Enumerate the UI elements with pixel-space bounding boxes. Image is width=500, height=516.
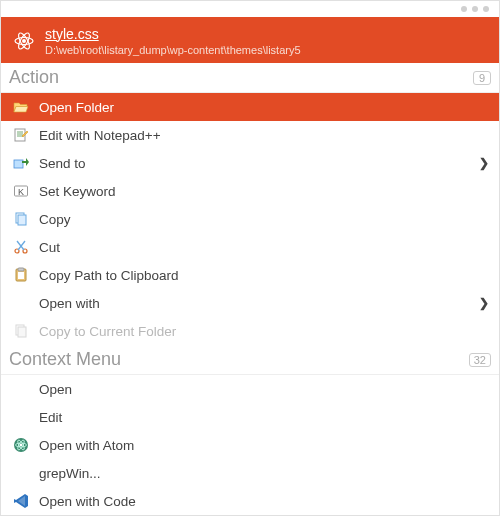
item-label: Open Folder: [39, 100, 489, 115]
notepad-icon: [13, 127, 29, 143]
item-label: Edit: [39, 410, 489, 425]
action-open-folder[interactable]: Open Folder: [1, 93, 499, 121]
copy-folder-icon: [13, 323, 29, 339]
action-menu: Open Folder Edit with Notepad++: [1, 93, 499, 345]
item-label: Open with: [39, 296, 469, 311]
svg-rect-19: [18, 272, 24, 279]
item-label: Edit with Notepad++: [39, 128, 489, 143]
blank-icon: [13, 295, 29, 311]
action-copy-path[interactable]: Copy Path to Clipboard: [1, 261, 499, 289]
item-label: Open with Code: [39, 494, 489, 509]
context-open-atom[interactable]: Open with Atom: [1, 431, 499, 459]
item-label: grepWin...: [39, 466, 489, 481]
svg-rect-12: [18, 215, 26, 225]
action-open-with[interactable]: Open with ❯: [1, 289, 499, 317]
window-dot: [472, 6, 478, 12]
context-open[interactable]: Open: [1, 375, 499, 403]
context-open-code[interactable]: Open with Code: [1, 487, 499, 515]
section-count-badge: 9: [473, 71, 491, 85]
titlebar: [1, 1, 499, 17]
file-header: style.css D:\web\root\listary_dump\wp-co…: [1, 17, 499, 63]
atom-icon: [11, 28, 37, 54]
copy-icon: [13, 211, 29, 227]
context-menu: Open Edit Open with Atom grepWin...: [1, 375, 499, 515]
action-cut[interactable]: Cut: [1, 233, 499, 261]
cut-icon: [13, 239, 29, 255]
item-label: Copy: [39, 212, 489, 227]
blank-icon: [13, 381, 29, 397]
section-title: Action: [9, 67, 59, 88]
svg-rect-8: [14, 160, 23, 168]
section-count-badge: 32: [469, 353, 491, 367]
context-grepwin[interactable]: grepWin...: [1, 459, 499, 487]
keyword-icon: K: [13, 183, 29, 199]
item-label: Set Keyword: [39, 184, 489, 199]
submenu-arrow-icon: ❯: [479, 296, 489, 310]
listary-window: style.css D:\web\root\listary_dump\wp-co…: [0, 0, 500, 516]
file-header-text: style.css D:\web\root\listary_dump\wp-co…: [45, 25, 301, 57]
submenu-arrow-icon: ❯: [479, 156, 489, 170]
atom-app-icon: [13, 437, 29, 453]
action-edit-notepad[interactable]: Edit with Notepad++: [1, 121, 499, 149]
svg-rect-21: [18, 327, 26, 337]
file-path: D:\web\root\listary_dump\wp-content\them…: [45, 43, 301, 57]
action-section-label: Action 9: [1, 63, 499, 93]
window-dot: [483, 6, 489, 12]
action-send-to[interactable]: Send to ❯: [1, 149, 499, 177]
action-copy[interactable]: Copy: [1, 205, 499, 233]
svg-text:K: K: [18, 187, 24, 197]
item-label: Copy to Current Folder: [39, 324, 489, 339]
item-label: Open with Atom: [39, 438, 489, 453]
action-copy-current-folder: Copy to Current Folder: [1, 317, 499, 345]
folder-open-icon: [13, 99, 29, 115]
blank-icon: [13, 465, 29, 481]
item-label: Cut: [39, 240, 489, 255]
context-section-label: Context Menu 32: [1, 345, 499, 375]
item-label: Send to: [39, 156, 469, 171]
item-label: Copy Path to Clipboard: [39, 268, 489, 283]
window-dot: [461, 6, 467, 12]
section-title: Context Menu: [9, 349, 121, 370]
svg-point-0: [22, 39, 26, 43]
context-edit[interactable]: Edit: [1, 403, 499, 431]
send-to-icon: [13, 155, 29, 171]
item-label: Open: [39, 382, 489, 397]
file-name[interactable]: style.css: [45, 25, 301, 43]
action-set-keyword[interactable]: K Set Keyword: [1, 177, 499, 205]
blank-icon: [13, 409, 29, 425]
clipboard-icon: [13, 267, 29, 283]
vscode-icon: [13, 493, 29, 509]
svg-rect-18: [18, 268, 24, 271]
svg-point-23: [20, 444, 23, 447]
